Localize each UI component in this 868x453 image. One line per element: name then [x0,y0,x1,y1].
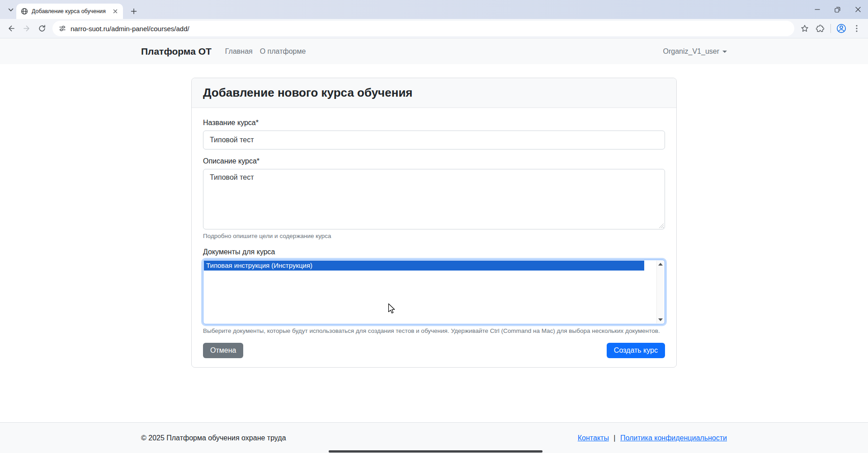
reload-icon [38,24,46,33]
address-bar[interactable]: narro-suot.ru/admin-panel/courses/add/ [52,21,794,36]
bookmark-button[interactable] [797,21,812,36]
browser-toolbar: narro-suot.ru/admin-panel/courses/add/ [0,19,868,38]
caret-down-icon [722,51,727,53]
cancel-button[interactable]: Отмена [203,343,243,358]
form-actions: Отмена Создать курс [203,343,665,358]
extensions-button[interactable] [812,21,828,36]
footer-links: Контакты | Политика конфиденциальности [578,434,727,442]
user-menu-dropdown[interactable]: Organiz_V1_user [663,47,727,56]
browser-menu-button[interactable] [849,21,864,36]
documents-help-text: Выберите документы, которые будут исполь… [203,327,665,335]
minimize-icon [815,7,820,12]
site-navbar: Платформа ОТ Главная О платформе Organiz… [0,38,868,64]
description-help-text: Подробно опишите цели и содержание курса [203,232,665,240]
arrow-left-icon [7,24,15,33]
plus-icon [131,8,137,14]
scroll-up-icon[interactable] [658,263,663,266]
page-viewport: Платформа ОТ Главная О платформе Organiz… [0,38,868,453]
reload-button[interactable] [34,21,50,36]
restore-button[interactable] [827,0,848,19]
course-name-field-group: Название курса* [203,119,665,149]
browser-tab[interactable]: Добавление курса обучения [16,4,123,19]
course-description-field-group: Описание курса* Подробно опишите цели и … [203,157,665,240]
create-course-button[interactable]: Создать курс [607,343,665,358]
close-window-button[interactable] [848,0,868,19]
close-icon [855,7,861,12]
site-footer: © 2025 Платформа обучения охране труда К… [0,422,868,453]
minimize-button[interactable] [807,0,827,19]
globe-favicon-icon [21,8,28,15]
forward-button[interactable] [19,21,34,36]
tab-search-button[interactable] [5,5,16,15]
kebab-menu-icon [856,25,858,32]
arrow-right-icon [23,24,31,33]
listbox-scrollbar[interactable] [656,261,664,323]
copyright-text: © 2025 Платформа обучения охране труда [141,434,286,442]
card-header: Добавление нового курса обучения [192,78,676,108]
brand-link[interactable]: Платформа ОТ [141,46,212,57]
documents-listbox[interactable]: Типовая инструкция (Инструкция) [203,260,665,324]
card-body: Название курса* Описание курса* Подробно… [192,108,676,367]
window-controls [807,0,868,19]
new-tab-button[interactable] [127,5,140,18]
course-description-textarea[interactable] [203,169,665,229]
scroll-down-icon[interactable] [658,318,663,321]
nav-link-about[interactable]: О платформе [260,47,306,56]
course-description-label: Описание курса* [203,157,665,165]
chevron-down-icon [8,8,14,12]
footer-link-contacts[interactable]: Контакты [578,434,609,442]
back-button[interactable] [4,21,19,36]
puzzle-icon [816,24,825,33]
footer-link-privacy[interactable]: Политика конфиденциальности [620,434,727,442]
tab-title: Добавление курса обучения [32,8,111,14]
url-text: narro-suot.ru/admin-panel/courses/add/ [71,25,189,33]
user-menu-label: Organiz_V1_user [663,47,719,56]
star-icon [801,24,809,33]
restore-icon [835,7,840,13]
site-settings-icon[interactable] [59,25,66,32]
course-documents-field-group: Документы для курса Типовая инструкция (… [203,248,665,335]
nav-link-home[interactable]: Главная [225,47,253,56]
taskbar-indicator-bar [329,450,542,453]
browser-titlebar: Добавление курса обучения [0,0,868,19]
profile-button[interactable] [834,21,849,36]
listbox-option-selected[interactable]: Типовая инструкция (Инструкция) [204,261,644,271]
page-title: Добавление нового курса обучения [203,86,665,100]
course-name-label: Название курса* [203,119,665,127]
tab-close-button[interactable] [111,7,119,15]
main-content: Добавление нового курса обучения Названи… [0,64,868,422]
course-name-input[interactable] [203,131,665,149]
course-documents-label: Документы для курса [203,248,665,256]
toolbar-divider [830,24,831,33]
footer-link-separator: | [613,434,615,442]
add-course-card: Добавление нового курса обучения Названи… [191,78,677,368]
profile-avatar-icon [836,23,846,33]
